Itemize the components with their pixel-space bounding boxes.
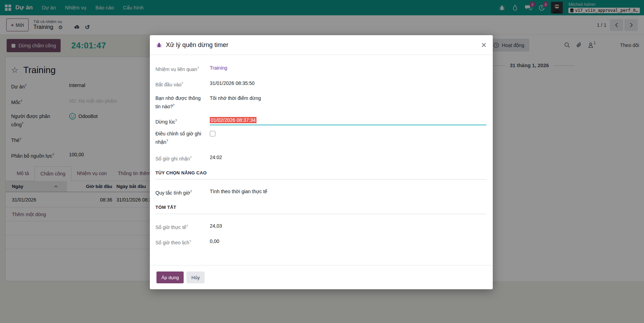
- stop-datetime-input[interactable]: 01/02/2026 08:37:34: [210, 117, 486, 125]
- rounding-rule-value[interactable]: Tính theo thời gian thực tế: [210, 188, 267, 196]
- field-actual-hours: Số giờ thực tế? 24,03: [155, 222, 486, 231]
- recorded-hours-value: 24:02: [210, 154, 222, 162]
- cancel-button[interactable]: Hủy: [186, 271, 205, 283]
- field-related-task: Nhiệm vụ liên quan? Training: [155, 64, 486, 73]
- adjust-hours-checkbox[interactable]: [210, 131, 215, 136]
- field-scheduled-hours: Số giờ theo lịch? 0,00: [155, 238, 486, 246]
- close-icon[interactable]: ×: [481, 40, 486, 49]
- field-recorded-hours: Số giờ ghi nhận? 24:02: [155, 154, 486, 162]
- started-at-value: 31/01/2026 08:35:50: [210, 80, 254, 88]
- scheduled-hours-value: 0,00: [210, 238, 219, 246]
- field-stopped-at: Dừng lúc? 01/02/2026 08:37:34: [155, 117, 486, 125]
- actual-hours-value: 24,03: [210, 222, 222, 231]
- dialog-body: Nhiệm vụ liên quan? Training Bắt đầu vào…: [150, 55, 493, 265]
- field-adjust-hours: Điều chỉnh số giờ ghi nhận?: [155, 130, 486, 145]
- section-summary: TÓM TẮT: [155, 204, 486, 214]
- dialog-footer: Áp dụng Hủy: [150, 265, 493, 289]
- section-advanced-options: TÙY CHỌN NÂNG CAO: [155, 170, 486, 180]
- app-window: Dự án Dự án Nhiệm vụ Báo cáo Cấu hình: [0, 0, 644, 323]
- timer-stop-dialog: Xử lý quên dừng timer × Nhiệm vụ liên qu…: [150, 35, 493, 289]
- selected-datetime-text: 01/02/2026 08:37:34: [210, 117, 256, 123]
- related-task-link[interactable]: Training: [210, 64, 227, 73]
- field-remembered-info: Bạn nhớ được thông tin nào?? Tôi nhớ thờ…: [155, 95, 486, 110]
- dialog-header: Xử lý quên dừng timer ×: [150, 35, 493, 55]
- field-rounding-rule: Quy tắc tính giờ? Tính theo thời gian th…: [155, 188, 486, 196]
- bug-icon: [156, 42, 162, 48]
- apply-button[interactable]: Áp dụng: [156, 271, 184, 283]
- dialog-title: Xử lý quên dừng timer: [166, 41, 228, 49]
- field-started-at: Bắt đầu vào? 31/01/2026 08:35:50: [155, 80, 486, 88]
- remembered-info-value[interactable]: Tôi nhớ thời điểm dừng: [210, 95, 261, 110]
